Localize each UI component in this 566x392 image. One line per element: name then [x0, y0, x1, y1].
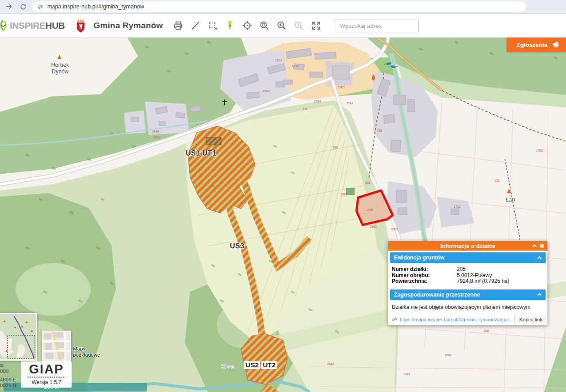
logo-text-inspire: INSPIRE — [10, 20, 46, 30]
url-text: mapa.inspire-hub.pl/#/gmina_rymanow — [47, 4, 144, 10]
inspirehub-leaf-icon — [0, 19, 8, 32]
colored-pin-icon — [226, 20, 234, 31]
magnifier-forward-icon — [294, 20, 304, 31]
browser-reload-button[interactable] — [18, 1, 28, 12]
zoom-to-area-button[interactable] — [259, 20, 270, 31]
measure-line-button[interactable] — [190, 20, 201, 31]
link-chain-icon — [392, 316, 398, 322]
coordinates-readout: a: 000 4606 E 0021 N — [0, 362, 16, 389]
giap-attribution: GIAP Wersja 1.5.7 — [21, 362, 72, 388]
next-view-button[interactable] — [293, 20, 305, 31]
printer-icon — [173, 20, 184, 31]
reports-button-label: Zgłoszenia — [516, 42, 547, 48]
page-title: Gmina Rymanów — [94, 21, 163, 30]
inspirehub-logo[interactable]: INSPIREHUB — [0, 19, 65, 32]
planning-note: Działka nie jest objęta obowiązującym pl… — [388, 302, 547, 314]
megaphone-icon — [551, 40, 560, 49]
site-settings-icon — [37, 4, 44, 10]
attr-label: Numer działki: — [392, 266, 457, 273]
logo-text-hub: HUB — [46, 20, 65, 30]
popup-title: Informacje o działce — [440, 243, 495, 249]
selected-parcel-number: 205 — [367, 208, 373, 212]
browser-chrome: mapa.inspire-hub.pl/#/gmina_rymanow — [0, 0, 566, 14]
basemap-switcher[interactable] — [42, 331, 71, 362]
attr-value: 5.0012-Puławy — [457, 273, 492, 279]
search-input[interactable] — [335, 19, 419, 32]
expand-arrows-icon — [311, 20, 321, 31]
basemap-label: Mapy podkładowe — [73, 346, 100, 358]
giap-tagline — [27, 377, 65, 378]
app-header: INSPIREHUB Gmina Rymanów — [0, 14, 566, 38]
magnifier-back-icon — [276, 20, 287, 31]
reports-button[interactable]: Zgłoszenia — [507, 38, 566, 52]
browser-forward-button[interactable] — [4, 1, 14, 12]
popup-close-icon[interactable]: ✖ — [539, 243, 544, 249]
center-map-button[interactable] — [241, 20, 253, 31]
gmina-coat-of-arms — [75, 19, 87, 33]
attr-label: Powierzchnia: — [392, 278, 457, 285]
attribute-row: Powierzchnia: 7924,8 m² (0.7925 ha) — [392, 278, 544, 285]
attr-value: 7924,8 m² (0.7925 ha) — [457, 278, 509, 285]
address-bar[interactable]: mapa.inspire-hub.pl/#/gmina_rymanow — [33, 1, 526, 12]
section-ewidencja-gruntow[interactable]: Ewidencja gruntów — [390, 252, 546, 263]
share-link-url[interactable]: https://mapa.inspire-hub.pl/#/gmina_ryma… — [400, 317, 514, 322]
map-toolbar — [172, 19, 419, 32]
popup-header[interactable]: Informacje o działce ✖ — [388, 241, 547, 251]
fullscreen-button[interactable] — [310, 20, 322, 31]
map-canvas[interactable]: 205 Horbek Dynów US1 UT1 US3 Kicze US2UT… — [0, 38, 566, 392]
ruler-line-icon — [190, 20, 201, 31]
giap-version: Wersja 1.5.7 — [21, 379, 72, 385]
print-button[interactable] — [172, 20, 184, 31]
section-collapse-icon — [537, 256, 542, 260]
attr-value: 205 — [457, 266, 466, 273]
section-title: Ewidencja gruntów — [394, 255, 444, 261]
attr-label: Numer obrębu: — [392, 273, 457, 279]
measure-area-button[interactable] — [207, 20, 218, 31]
section-collapse-icon — [537, 293, 542, 297]
section-zagospodarowanie[interactable]: Zagospodarowanie przestrzenne — [390, 289, 546, 300]
giap-logo: GIAP — [21, 363, 72, 376]
share-link-row: https://mapa.inspire-hub.pl/#/gmina_ryma… — [388, 314, 547, 325]
attribute-row: Numer obrębu: 5.0012-Puławy — [392, 273, 544, 279]
previous-view-button[interactable] — [276, 20, 287, 31]
marker-tool-button[interactable] — [224, 20, 236, 31]
reload-icon — [19, 3, 27, 11]
forward-arrow-icon — [5, 3, 13, 11]
copy-link-button[interactable]: Kopiuj link — [514, 314, 547, 325]
polygon-measure-icon — [207, 20, 218, 31]
parcel-attributes: Numer działki: 205 Numer obrębu: 5.0012-… — [388, 265, 547, 288]
attribute-row: Numer działki: 205 — [392, 266, 544, 273]
basemap-thumbnail — [43, 331, 70, 361]
minimap-graphics — [0, 314, 37, 361]
crosshair-icon — [242, 20, 252, 31]
magnifier-box-icon — [259, 20, 270, 31]
map-layers: 205 — [0, 38, 566, 392]
popup-collapse-icon[interactable] — [532, 244, 537, 248]
parcel-info-popup: Informacje o działce ✖ Ewidencja gruntów… — [388, 241, 547, 325]
section-title: Zagospodarowanie przestrzenne — [394, 292, 480, 298]
overview-minimap[interactable] — [0, 313, 37, 361]
